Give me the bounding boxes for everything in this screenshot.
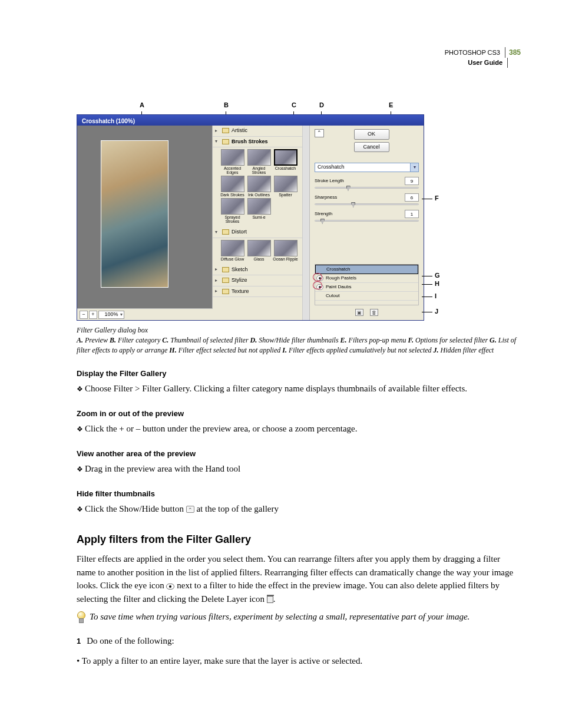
trash-inline-icon (267, 596, 273, 603)
eye-icon[interactable] (316, 284, 323, 290)
figure-caption: Filter Gallery dialog box A. Preview B. … (77, 325, 521, 355)
strength-value[interactable]: 1 (405, 210, 419, 218)
heading-display-filter-gallery: Display the Filter Gallery (77, 368, 521, 380)
sharpness-slider[interactable] (315, 203, 419, 205)
zoom-out-button[interactable]: − (80, 311, 88, 319)
window-titlebar: Crosshatch (100%) (77, 115, 424, 126)
preview-image (101, 140, 168, 288)
apply-filters-paragraph: Filter effects are applied in the order … (77, 552, 521, 605)
eye-inline-icon (166, 584, 174, 589)
heading-view-another-area: View another area of the preview (77, 448, 521, 460)
thumb-crosshatch[interactable]: Crosshatch (273, 149, 298, 174)
brush-strokes-thumbs: Accented Edges Angled Strokes Crosshatch… (213, 147, 309, 227)
tip-note: To save time when trying various filters… (77, 610, 521, 624)
callout-H: H (422, 279, 439, 289)
filters-popup-menu[interactable]: Crosshatch ▾ (315, 163, 419, 172)
heading-hide-thumbnails: Hide filter thumbnails (77, 488, 521, 500)
chevron-down-icon: ▾ (410, 163, 418, 172)
applied-effects-list: Crosshatch Rough Pastels Paint Daubs (315, 264, 419, 305)
bullet-entire-layer: To apply a filter to an entire layer, ma… (77, 654, 521, 668)
step-1: Do one of the following: (77, 634, 521, 648)
show-hide-thumbnails-button[interactable]: ⌃ (315, 129, 324, 137)
effect-row-rough-pastels[interactable]: Rough Pastels (315, 274, 418, 283)
filter-category-panel: ▸Artistic ▾Brush Strokes Accented Edges … (213, 126, 310, 320)
category-brush-strokes[interactable]: ▾Brush Strokes (213, 137, 309, 148)
strength-slider[interactable] (315, 220, 419, 222)
sub-bullets: To apply a filter to an entire layer, ma… (77, 654, 521, 668)
effect-row-cutout[interactable]: Cutout (315, 292, 418, 301)
category-sketch[interactable]: ▸Sketch (213, 265, 309, 276)
step-display-filter-gallery: Choose Filter > Filter Gallery. Clicking… (77, 382, 521, 396)
thumb-accented-edges[interactable]: Accented Edges (220, 149, 245, 174)
lightbulb-icon (77, 611, 85, 622)
options-panel: ⌃ OK Cancel Crosshatch ▾ Stroke Length (310, 126, 424, 320)
running-header: PHOTOSHOP CS3 385 User Guide (445, 47, 521, 68)
zoom-footer: − + 100% (77, 308, 213, 320)
category-scrollbar[interactable] (302, 126, 309, 320)
heading-zoom-preview: Zoom in or out of the preview (77, 408, 521, 420)
step-hide-thumbnails: Click the Show/Hide button ⌃ at the top … (77, 502, 521, 516)
param-stroke-length: Stroke Length 9 (315, 177, 419, 189)
category-artistic[interactable]: ▸Artistic (213, 126, 309, 137)
preview-canvas[interactable] (77, 126, 213, 308)
preview-panel: − + 100% (77, 126, 213, 320)
stroke-length-value[interactable]: 9 (405, 177, 419, 185)
step-view-another-area: Drag in the preview area with the Hand t… (77, 462, 521, 476)
thumb-diffuse-glow[interactable]: Diffuse Glow (220, 240, 245, 261)
callout-I: I (422, 291, 437, 301)
thumb-ink-outlines[interactable]: Ink Outlines (246, 176, 272, 197)
thumb-sumie[interactable]: Sumi-e (246, 198, 272, 223)
figure-filter-gallery: A B C D E Crosshatch (100%) − + 100% (77, 100, 521, 321)
zoom-select[interactable]: 100% (98, 311, 124, 319)
delete-effect-layer-icon[interactable]: 🗑 (370, 309, 378, 316)
filter-gallery-dialog: Crosshatch (100%) − + 100% ▸Artistic (77, 114, 424, 321)
guide-subtitle: User Guide (445, 58, 508, 68)
stroke-length-slider[interactable] (315, 187, 419, 189)
effect-row-crosshatch[interactable]: Crosshatch (315, 265, 418, 274)
thumb-spatter[interactable]: Spatter (273, 176, 298, 197)
callout-F: F (422, 193, 439, 203)
new-effect-layer-icon[interactable]: ▣ (355, 309, 363, 316)
show-hide-inline-icon: ⌃ (186, 506, 194, 513)
category-stylize[interactable]: ▸Stylize (213, 275, 309, 286)
thumb-dark-strokes[interactable]: Dark Strokes (220, 176, 245, 197)
heading-apply-filters: Apply filters from the Filter Gallery (77, 532, 521, 548)
eye-icon[interactable] (316, 275, 323, 281)
param-strength: Strength 1 (315, 210, 419, 222)
param-sharpness: Sharpness 6 (315, 193, 419, 205)
sharpness-value[interactable]: 6 (405, 193, 419, 202)
step-zoom-preview: Click the + or – button under the previe… (77, 422, 521, 436)
category-distort[interactable]: ▾Distort (213, 227, 309, 238)
thumb-angled-strokes[interactable]: Angled Strokes (246, 149, 272, 174)
distort-thumbs: Diffuse Glow Glass Ocean Ripple (213, 238, 309, 265)
callout-J: J (422, 307, 438, 317)
thumb-sprayed-strokes[interactable]: Sprayed Strokes (220, 198, 245, 223)
numbered-steps: Do one of the following: (77, 634, 521, 648)
effect-row-paint-daubs[interactable]: Paint Daubs (315, 283, 418, 292)
page-number: 385 (505, 47, 521, 58)
thumb-ocean-ripple[interactable]: Ocean Ripple (273, 240, 298, 261)
thumb-glass[interactable]: Glass (246, 240, 272, 261)
zoom-in-button[interactable]: + (89, 311, 97, 319)
product-name: PHOTOSHOP CS3 (445, 48, 505, 58)
category-texture[interactable]: ▸Texture (213, 286, 309, 298)
ok-button[interactable]: OK (354, 129, 389, 140)
cancel-button[interactable]: Cancel (354, 142, 389, 153)
